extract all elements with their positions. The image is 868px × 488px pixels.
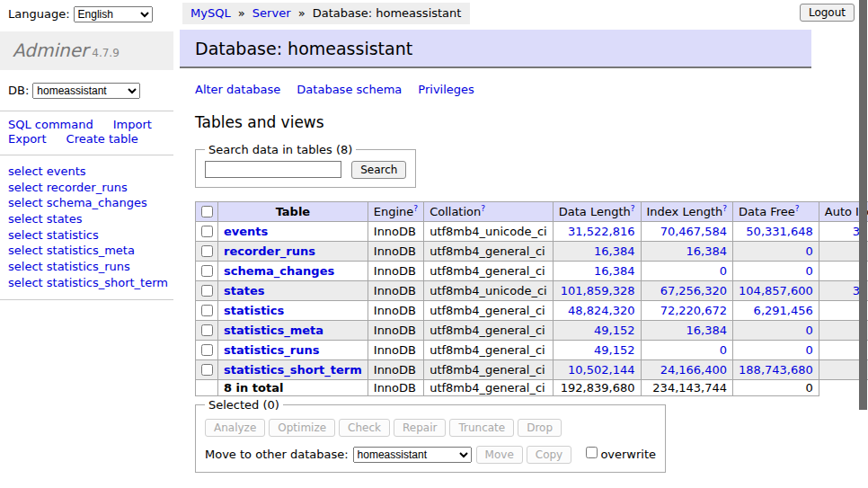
row-checkbox-events[interactable] (201, 226, 213, 237)
cell-data-length-link[interactable]: 49,152 (594, 324, 635, 337)
sidebar-action-create-table[interactable]: Create table (66, 132, 138, 146)
sidebar-item-recorder_runs[interactable]: select recorder_runs (8, 180, 173, 196)
table-row: eventsInnoDButf8mb4_unicode_ci31,522,816… (196, 222, 868, 242)
table-row: statisticsInnoDButf8mb4_general_ci48,824… (196, 301, 868, 321)
language-select[interactable]: English (74, 6, 153, 22)
cell-data-free-link[interactable]: 6,291,456 (754, 304, 813, 317)
app-name[interactable]: Adminer (13, 40, 88, 61)
sidebar-item-schema_changes[interactable]: select schema_changes (8, 195, 173, 211)
sidebar-action-export[interactable]: Export (8, 132, 47, 146)
table-name-link-statistics[interactable]: statistics (224, 304, 284, 317)
cell-data-length-link[interactable]: 16,384 (594, 244, 635, 258)
sidebar-item-states[interactable]: select states (8, 211, 173, 227)
table-row: statesInnoDButf8mb4_unicode_ci101,859,32… (196, 281, 868, 301)
table-row: statistics_runsInnoDButf8mb4_general_ci4… (196, 341, 868, 360)
sidebar-action-sql-command[interactable]: SQL command (8, 118, 93, 131)
row-checkbox-states[interactable] (201, 285, 213, 297)
db-select[interactable]: homeassistant (32, 83, 140, 99)
cell-data-length-link[interactable]: 101,859,328 (561, 284, 635, 297)
total-collation: utf8mb4_general_ci (424, 380, 554, 396)
sidebar-item-statistics_short_term[interactable]: select statistics_short_term (8, 275, 173, 291)
move-button[interactable]: Move (476, 446, 523, 464)
cell-index-length-link[interactable]: 70,467,584 (660, 225, 727, 238)
row-checkbox-recorder_runs[interactable] (201, 245, 213, 257)
privileges-link[interactable]: Privileges (418, 83, 474, 96)
optimize-button[interactable]: Optimize (269, 419, 335, 437)
cell-data-free-link[interactable]: 0 (806, 324, 813, 337)
cell-data-length-link[interactable]: 16,384 (594, 264, 635, 278)
total-data-length: 192,839,680 (553, 380, 641, 396)
check-button[interactable]: Check (339, 419, 390, 437)
cell-data-free-link[interactable]: 0 (806, 244, 813, 258)
cell-data-free-link[interactable]: 50,331,648 (746, 225, 812, 238)
cell-data-free-link[interactable]: 0 (806, 343, 813, 357)
help-icon[interactable]: ? (722, 204, 727, 213)
row-checkbox-statistics_short_term[interactable] (201, 364, 213, 376)
cell-engine: InnoDB (368, 281, 423, 301)
help-icon[interactable]: ? (795, 204, 800, 213)
alter-database-link[interactable]: Alter database (195, 83, 280, 96)
search-button[interactable]: Search (351, 161, 406, 179)
cell-index-length-link[interactable]: 16,384 (686, 324, 728, 337)
help-icon[interactable]: ? (631, 204, 635, 213)
sidebar-item-events[interactable]: select events (8, 164, 173, 180)
table-name-link-statistics_meta[interactable]: statistics_meta (224, 324, 323, 337)
cell-collation: utf8mb4_unicode_ci (424, 222, 554, 242)
cell-data-length-link[interactable]: 49,152 (594, 343, 635, 357)
table-name-link-statistics_short_term[interactable]: statistics_short_term (224, 363, 362, 377)
cell-index-length-link[interactable]: 16,384 (686, 244, 728, 258)
database-links: Alter databaseDatabase schemaPrivileges (195, 83, 818, 96)
row-checkbox-schema_changes[interactable] (201, 265, 213, 277)
cell-index-length-link[interactable]: 67,256,320 (660, 284, 727, 297)
truncate-button[interactable]: Truncate (449, 419, 514, 437)
help-icon[interactable]: ? (481, 204, 485, 213)
sidebar-item-statistics[interactable]: select statistics (8, 227, 173, 244)
table-header-row: TableEngine?Collation?Data Length?Index … (196, 202, 868, 222)
table-name-link-states[interactable]: states (224, 284, 265, 297)
move-db-select[interactable]: homeassistant (353, 447, 472, 463)
breadcrumb-separator: » (295, 6, 309, 20)
table-name-link-statistics_runs[interactable]: statistics_runs (224, 343, 319, 357)
drop-button[interactable]: Drop (518, 419, 562, 437)
cell-engine: InnoDB (368, 341, 423, 360)
sidebar-actions: SQL commandImportExportCreate table (0, 111, 173, 155)
table-name-link-schema_changes[interactable]: schema_changes (224, 264, 334, 278)
breadcrumb: MySQL » Server » Database: homeassistant (182, 3, 470, 24)
copy-button[interactable]: Copy (527, 446, 571, 464)
cell-data-free-link[interactable]: 188,743,680 (739, 363, 813, 377)
table-row: recorder_runsInnoDButf8mb4_general_ci16,… (196, 242, 868, 262)
sidebar-item-statistics_meta[interactable]: select statistics_meta (8, 243, 173, 259)
repair-button[interactable]: Repair (394, 419, 446, 437)
row-checkbox-statistics[interactable] (201, 305, 213, 316)
row-checkbox-statistics_meta[interactable] (201, 324, 213, 336)
cell-index-length-link[interactable]: 24,166,400 (660, 363, 727, 377)
sidebar-action-import[interactable]: Import (113, 118, 152, 131)
cell-data-free-link[interactable]: 0 (806, 264, 813, 278)
table-name-link-recorder_runs[interactable]: recorder_runs (224, 244, 315, 258)
cell-engine: InnoDB (368, 360, 423, 380)
breadcrumb-item-mysql[interactable]: MySQL (190, 6, 231, 20)
scrollbar-thumb[interactable] (859, 0, 867, 410)
cell-index-length-link[interactable]: 0 (720, 343, 727, 357)
database-schema-link[interactable]: Database schema (297, 83, 402, 96)
cell-index-length-link[interactable]: 72,220,672 (660, 304, 727, 317)
cell-collation: utf8mb4_general_ci (424, 242, 554, 262)
cell-data-length-link[interactable]: 10,502,144 (568, 363, 634, 377)
breadcrumb-item-server[interactable]: Server (252, 6, 291, 20)
cell-data-free-link[interactable]: 104,857,600 (739, 284, 813, 297)
overwrite-checkbox[interactable] (586, 447, 598, 458)
search-input[interactable] (205, 161, 341, 178)
analyze-button[interactable]: Analyze (205, 419, 265, 437)
cell-data-length-link[interactable]: 31,522,816 (568, 225, 634, 238)
vertical-scrollbar[interactable] (859, 0, 867, 488)
row-checkbox-statistics_runs[interactable] (201, 344, 213, 356)
sidebar-item-statistics_runs[interactable]: select statistics_runs (8, 259, 173, 275)
table-name-link-events[interactable]: events (224, 225, 268, 238)
table-total-row: 8 in totalInnoDButf8mb4_general_ci192,83… (196, 380, 868, 396)
select-all-checkbox[interactable] (201, 206, 213, 217)
sidebar: Language:English Adminer4.7.9 DB:homeass… (0, 0, 173, 300)
help-icon[interactable]: ? (413, 204, 418, 213)
sidebar-table-links: select eventsselect recorder_runsselect … (0, 155, 173, 300)
cell-data-length-link[interactable]: 48,824,320 (568, 304, 634, 317)
cell-index-length-link[interactable]: 0 (720, 264, 727, 278)
